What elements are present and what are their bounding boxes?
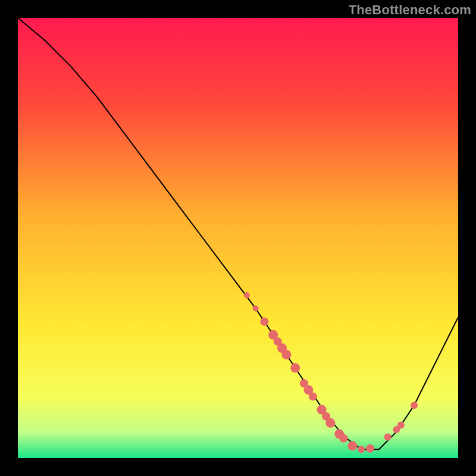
scatter-point xyxy=(281,350,291,359)
scatter-point xyxy=(397,422,405,429)
scatter-point xyxy=(384,434,392,441)
scatter-point xyxy=(290,363,300,372)
bottleneck-chart xyxy=(0,0,476,476)
scatter-point xyxy=(309,392,317,400)
scatter-point xyxy=(358,446,365,453)
scatter-point xyxy=(325,418,335,428)
scatter-point xyxy=(244,292,250,298)
chart-frame: { "watermark": "TheBottleneck.com", "cha… xyxy=(0,0,476,476)
scatter-point xyxy=(340,434,348,443)
chart-gradient-background xyxy=(18,18,458,458)
scatter-point xyxy=(366,444,374,453)
watermark-text: TheBottleneck.com xyxy=(349,2,471,18)
scatter-point xyxy=(253,305,259,311)
scatter-point xyxy=(411,402,418,409)
scatter-point xyxy=(347,441,357,450)
scatter-point xyxy=(260,318,268,326)
